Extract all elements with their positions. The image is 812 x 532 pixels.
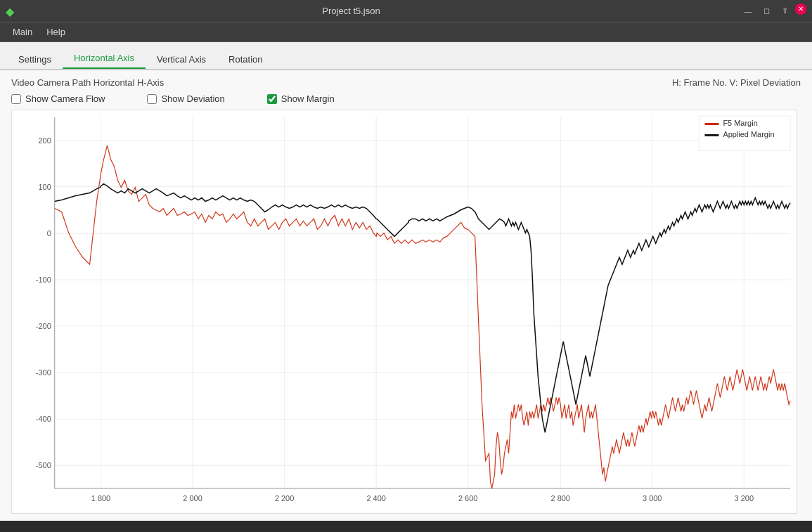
svg-rect-38 bbox=[705, 134, 719, 136]
svg-text:Applied Margin: Applied Margin bbox=[723, 130, 774, 138]
tab-rotation[interactable]: Rotation bbox=[217, 50, 273, 69]
svg-text:-400: -400 bbox=[36, 415, 51, 423]
svg-text:2 800: 2 800 bbox=[551, 494, 570, 502]
restore-button[interactable]: ◻ bbox=[759, 4, 774, 19]
svg-text:2 200: 2 200 bbox=[275, 494, 294, 502]
svg-text:F5 Margin: F5 Margin bbox=[723, 119, 757, 127]
tab-horizontal-axis[interactable]: Horizontal Axis bbox=[63, 48, 146, 69]
show-margin-group: Show Margin bbox=[267, 93, 335, 104]
window-title: Project t5.json bbox=[18, 6, 684, 16]
show-deviation-label: Show Deviation bbox=[161, 93, 224, 104]
svg-text:-100: -100 bbox=[36, 275, 51, 284]
menu-main[interactable]: Main bbox=[6, 24, 39, 40]
menu-help[interactable]: Help bbox=[39, 24, 72, 40]
show-camera-flow-label: Show Camera Flow bbox=[25, 93, 105, 104]
svg-text:-200: -200 bbox=[36, 322, 51, 330]
chart-subtitle-right: H: Frame No. V: Pixel Deviation bbox=[672, 77, 801, 88]
tab-bar: Settings Horizontal Axis Vertical Axis R… bbox=[0, 42, 812, 70]
menubar: Main Help bbox=[0, 22, 812, 42]
show-deviation-group: Show Deviation bbox=[147, 93, 224, 104]
show-camera-flow-group: Show Camera Flow bbox=[11, 93, 105, 104]
svg-text:2 600: 2 600 bbox=[458, 494, 477, 502]
show-margin-label: Show Margin bbox=[281, 93, 335, 104]
tab-settings[interactable]: Settings bbox=[7, 50, 63, 69]
minimize-button[interactable]: — bbox=[740, 4, 756, 19]
close-button[interactable]: ✕ bbox=[795, 4, 806, 15]
svg-text:-300: -300 bbox=[36, 368, 51, 377]
svg-text:2 400: 2 400 bbox=[366, 494, 385, 502]
chart-container: 200 100 0 -100 -200 -300 -400 -500 1 800… bbox=[11, 110, 797, 514]
chart-svg: 200 100 0 -100 -200 -300 -400 -500 1 800… bbox=[12, 110, 797, 513]
app-icon: ◆ bbox=[6, 5, 18, 18]
svg-text:3 000: 3 000 bbox=[643, 494, 662, 502]
show-deviation-checkbox[interactable] bbox=[147, 94, 157, 104]
controls-row: Show Camera Flow Show Deviation Show Mar… bbox=[11, 93, 801, 104]
svg-text:3 200: 3 200 bbox=[735, 494, 754, 502]
show-camera-flow-checkbox[interactable] bbox=[11, 94, 21, 104]
svg-text:-500: -500 bbox=[36, 461, 51, 469]
chart-subtitle-left: Video Camera Path Horizontal H-Axis bbox=[11, 77, 164, 88]
svg-rect-36 bbox=[705, 123, 719, 125]
titlebar-left: ◆ bbox=[6, 5, 18, 18]
svg-text:100: 100 bbox=[38, 183, 51, 191]
tab-vertical-axis[interactable]: Vertical Axis bbox=[146, 50, 217, 69]
svg-text:1 800: 1 800 bbox=[91, 494, 110, 502]
svg-text:0: 0 bbox=[47, 229, 51, 238]
svg-text:200: 200 bbox=[38, 136, 51, 145]
svg-text:2 000: 2 000 bbox=[183, 494, 202, 502]
window-controls: — ◻ ⇧ ✕ bbox=[740, 4, 806, 19]
svg-rect-0 bbox=[13, 110, 796, 513]
titlebar: ◆ Project t5.json — ◻ ⇧ ✕ bbox=[0, 0, 812, 22]
content-area: Video Camera Path Horizontal H-Axis H: F… bbox=[0, 70, 812, 521]
show-margin-checkbox[interactable] bbox=[267, 94, 277, 104]
chart-title-row: Video Camera Path Horizontal H-Axis H: F… bbox=[11, 77, 801, 88]
maximize-button[interactable]: ⇧ bbox=[777, 4, 792, 19]
